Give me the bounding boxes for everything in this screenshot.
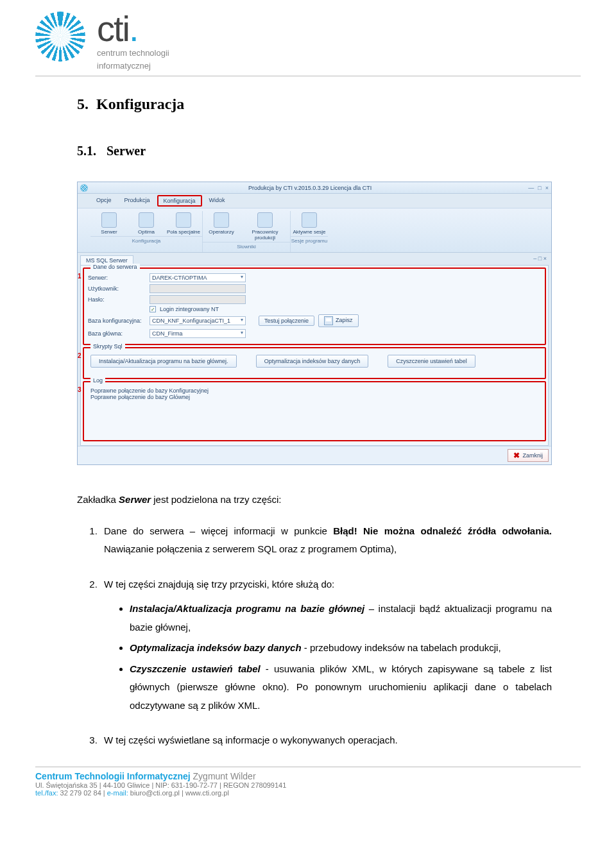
uzytkownik-input[interactable] (150, 284, 246, 293)
bullet-install: Instalacja/Aktualizacja programu na bazi… (130, 600, 552, 636)
ribbon-optima-button[interactable]: Optima (128, 211, 165, 236)
baza-glowna-label: Baza główna: (88, 330, 146, 337)
fieldset-log-legend: Log (90, 377, 105, 384)
page-header: cti. centrum technologii informatycznej (0, 0, 616, 71)
baza-glowna-combo[interactable]: CDN_Firma (150, 329, 246, 338)
fieldset-scripts-legend: Skrypty Sql (90, 343, 125, 350)
fields-icon (176, 212, 191, 228)
logo-swirl-icon (35, 12, 85, 62)
baza-konf-label: Baza konfiguracyjna: (88, 318, 146, 324)
titlebar[interactable]: Produkcja by CTI v.2015.0.3.29 Licencja … (78, 182, 551, 194)
logo: cti. centrum technologii informatycznej (35, 12, 616, 71)
footer-company: Centrum Technologii Informatycznej (35, 771, 191, 781)
list-item-2: W tej części znajdują się trzy przyciski… (100, 575, 552, 715)
login-nt-checkbox[interactable]: ✓ (150, 306, 156, 312)
footer-author: Zygmunt Wilder (191, 771, 256, 781)
subtab-window-controls[interactable]: – □ × (533, 255, 547, 262)
save-button[interactable]: Zapisz (318, 314, 359, 327)
annotation-2: 2 (78, 352, 81, 359)
menu-konfiguracja[interactable]: Konfiguracja (157, 195, 202, 207)
list-item-1: Dane do serwera – więcej informacji w pu… (100, 522, 552, 559)
log-output: Poprawne połączenie do bazy Konfiguracyj… (88, 385, 541, 436)
serwer-combo[interactable]: DAREK-CTI\OPTIMA (150, 273, 246, 282)
haslo-input[interactable] (150, 295, 246, 304)
section-heading: 5. Konfiguracja (77, 96, 552, 113)
footer-address: Ul. Świętojańska 35 | 44-100 Gliwice | N… (35, 781, 616, 789)
fieldset-log: 3 Log Poprawne połączenie do bazy Konfig… (83, 381, 546, 441)
ribbon-serwer-button[interactable]: Serwer (90, 211, 128, 236)
test-connection-button[interactable]: Testuj połączenie (259, 316, 314, 326)
ribbon-pola-button[interactable]: Pola specjalne (165, 211, 202, 236)
ribbon-operatorzy-button[interactable]: Operatorzy (203, 211, 240, 242)
ribbon-group-dict-label: Słowniki (203, 242, 290, 251)
intro-paragraph: Zakładka Serwer jest podzielona na trzy … (77, 491, 552, 509)
save-icon (324, 316, 333, 325)
baza-konf-combo[interactable]: CDN_KNF_KonfiguracjaCTI_1 (150, 316, 246, 325)
list-item-3: W tej części wyświetlane są informacje o… (100, 731, 552, 750)
server-icon (101, 212, 117, 228)
login-nt-label: Login zintegrowany NT (160, 306, 219, 312)
sessions-icon (302, 212, 317, 228)
window-close-icon[interactable]: × (545, 185, 549, 191)
fieldset-server-data: 1 Dane do serwera Serwer: DAREK-CTI\OPTI… (83, 268, 546, 345)
menu-widok[interactable]: Widok (203, 195, 231, 207)
optimize-indexes-button[interactable]: Optymalizacja indeksów bazy danych (256, 355, 369, 368)
bullet-clean: Czyszczenie ustawień tabel - usuwania pl… (130, 660, 552, 715)
app-window: Produkcja by CTI v.2015.0.3.29 Licencja … (77, 182, 552, 465)
haslo-label: Hasło: (88, 296, 146, 303)
maximize-icon[interactable]: □ (538, 185, 541, 191)
bullet-optimize: Optymalizacja indeksów bazy danych - prz… (130, 639, 552, 658)
menubar: Opcje Produkcja Konfiguracja Widok (78, 194, 551, 208)
bottom-bar: ✖ Zamknij (78, 446, 551, 464)
body-text: Zakładka Serwer jest podzielona na trzy … (77, 491, 552, 750)
footer-divider (35, 767, 581, 767)
logo-subtitle-1: centrum technologii (97, 48, 169, 58)
annotation-1: 1 (78, 273, 81, 280)
annotation-3: 3 (78, 386, 81, 393)
operators-icon (214, 212, 229, 228)
ribbon: Serwer Optima Pola specjalne Konfiguracj… (78, 208, 551, 253)
footer-contact: tel./fax: 32 279 02 84 | e-mail: biuro@c… (35, 789, 616, 797)
serwer-label: Serwer: (88, 275, 146, 281)
minimize-icon[interactable]: — (528, 185, 534, 191)
menu-produkcja[interactable]: Produkcja (119, 195, 156, 207)
install-update-button[interactable]: Instalacja/Aktualizacja programu na bazi… (90, 355, 237, 368)
logo-subtitle-2: informatycznej (97, 61, 169, 71)
subsection-heading: 5.1.Serwer (77, 144, 552, 158)
zamknij-button[interactable]: ✖ Zamknij (508, 449, 549, 462)
ribbon-aktywne-button[interactable]: Aktywne sesje (291, 211, 328, 236)
ribbon-group-session-label: Sesje programu (291, 236, 328, 245)
app-icon (80, 184, 88, 192)
subtab-container: MS SQL Serwer – □ × 1 Dane do serwera Se… (80, 255, 549, 446)
fieldset-scripts: 2 Skrypty Sql Instalacja/Aktualizacja pr… (83, 347, 546, 379)
ribbon-group-config-label: Konfiguracja (90, 236, 202, 245)
logo-letters: cti. (97, 12, 169, 46)
fieldset-server-legend: Dane do serwera (90, 264, 140, 270)
clean-tables-button[interactable]: Czyszczenie ustawień tabel (388, 355, 475, 368)
workers-icon (257, 212, 273, 228)
ribbon-pracownicy-button[interactable]: Pracownicy produkcji (240, 211, 290, 242)
menu-opcje[interactable]: Opcje (90, 195, 117, 207)
app-title: Produkcja by CTI v.2015.0.3.29 Licencja … (92, 185, 528, 191)
close-icon: ✖ (513, 451, 520, 460)
uzytkownik-label: Użytkownik: (88, 285, 146, 292)
page-footer: Centrum Technologii Informatycznej Zygmu… (0, 771, 616, 797)
optima-icon (139, 212, 154, 228)
